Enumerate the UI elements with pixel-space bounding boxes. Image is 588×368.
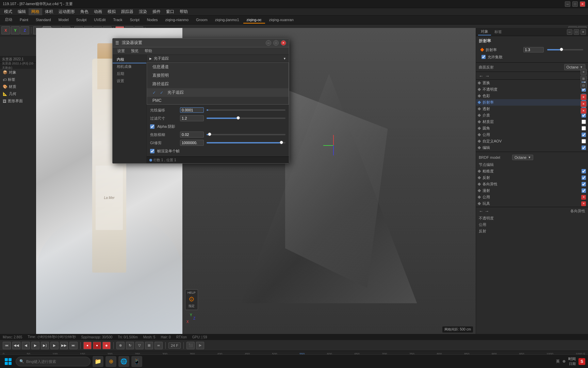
diffuse-check[interactable]: [582, 188, 586, 193]
tab-paint[interactable]: Paint: [16, 17, 32, 24]
reflect-check[interactable]: [582, 175, 586, 180]
menu-sim[interactable]: 模拟: [105, 8, 118, 15]
roughness-check[interactable]: [582, 169, 586, 173]
tab-ziqing-nianmo[interactable]: ziqing-nianmo: [162, 17, 192, 24]
dropdown-pmc[interactable]: PMC: [147, 97, 289, 104]
close-btn[interactable]: ✕: [580, 1, 585, 7]
aov-check[interactable]: [582, 139, 586, 143]
gi-clamp-handle[interactable]: [280, 141, 283, 144]
goto-end-btn[interactable]: ⏭: [69, 342, 78, 349]
dialog-minimize-btn[interactable]: ─: [266, 40, 271, 46]
taskbar-app1[interactable]: 📱: [131, 356, 142, 367]
taskbar-file-explorer[interactable]: 📁: [93, 356, 103, 367]
motion-btn[interactable]: ↻: [126, 342, 134, 349]
tab-script[interactable]: Script: [127, 17, 143, 24]
dialog-tab-settings[interactable]: 设置: [113, 78, 146, 85]
aniso-check[interactable]: [582, 182, 586, 186]
taskbar-browser[interactable]: ⊕: [105, 356, 116, 367]
caustic-blur-handle[interactable]: [208, 133, 211, 136]
dropdown-path-tracing[interactable]: 路径追踪: [147, 80, 289, 88]
dropdown-info-channel[interactable]: 信息通道: [147, 63, 289, 71]
sidebar-tag[interactable]: 🏷 标签: [0, 76, 36, 83]
tab-startup[interactable]: 启动: [1, 16, 16, 24]
search-input[interactable]: [26, 359, 87, 364]
record-btn[interactable]: ●: [83, 342, 92, 349]
tab-track[interactable]: Track: [110, 17, 126, 24]
refraction-input[interactable]: [523, 47, 544, 52]
play-sound-btn[interactable]: ▶): [41, 342, 49, 349]
forward-arrow-bottom-icon[interactable]: →: [485, 209, 489, 214]
auto-key-btn[interactable]: ●: [93, 342, 101, 349]
action-btn-5[interactable]: ✕: [581, 101, 587, 107]
menu-plugin[interactable]: 插件: [150, 8, 163, 15]
sidebar-gui[interactable]: 🖼 图形界面: [0, 97, 36, 105]
menu-motion[interactable]: 运动图形: [56, 8, 78, 15]
action-btn-1[interactable]: ≡: [581, 72, 587, 75]
rpanel-tab-tags[interactable]: 标签: [492, 29, 505, 35]
rpanel-minimize[interactable]: ─: [567, 29, 572, 35]
unit-frame-check[interactable]: [150, 149, 154, 153]
tab-nodes[interactable]: Nodes: [144, 17, 161, 24]
play-btn[interactable]: ▶: [31, 342, 39, 349]
caustic-blur-slider[interactable]: [207, 134, 285, 135]
action-btn-2[interactable]: ⊞: [581, 76, 587, 82]
refraction-handle[interactable]: [560, 48, 563, 51]
edit-check[interactable]: [582, 145, 586, 150]
start-btn[interactable]: [3, 356, 14, 367]
menu-char[interactable]: 角色: [78, 8, 91, 15]
alpha-shadow-check[interactable]: [150, 124, 154, 129]
filter-size-handle[interactable]: [236, 116, 240, 120]
round-check[interactable]: [582, 126, 586, 131]
maximize-btn[interactable]: □: [572, 1, 578, 7]
prev-key-btn[interactable]: ◀◀: [12, 342, 20, 349]
dialog-tab-camera[interactable]: 相机成像: [113, 63, 146, 71]
refraction-slider[interactable]: [547, 49, 584, 50]
menu-mesh[interactable]: 网格: [29, 8, 42, 15]
taskbar-edge[interactable]: 🌐: [118, 356, 129, 367]
back-arrow-icon[interactable]: ←: [479, 73, 484, 79]
gi-clamp-slider[interactable]: [207, 142, 285, 143]
dialog-maximize-btn[interactable]: □: [273, 40, 279, 46]
matlayer-check[interactable]: [582, 120, 586, 124]
common-check[interactable]: [582, 133, 586, 137]
looping-btn[interactable]: ∞: [154, 342, 163, 349]
allow-scatter-check[interactable]: [481, 55, 486, 59]
dialog-menu-help[interactable]: 帮助: [142, 48, 155, 54]
tab-ziqing-oc[interactable]: ziqing-oc: [243, 17, 265, 24]
minimize-btn[interactable]: ─: [565, 1, 570, 7]
action-btn-6[interactable]: ✕: [581, 108, 587, 114]
prev-frame-btn[interactable]: ◀: [22, 342, 30, 349]
playback-btn[interactable]: ⊕: [116, 342, 125, 349]
tab-sculpt[interactable]: Sculpt: [73, 17, 90, 24]
gi-clamp-input[interactable]: [180, 140, 204, 146]
rpanel-close[interactable]: ✕: [581, 29, 586, 35]
dialog-section-header[interactable]: ▶ 光子追踪 ▼: [147, 55, 289, 62]
brdf-model-dropdown[interactable]: Octane ▼: [512, 155, 533, 160]
tab-ziqing-jianmo1[interactable]: ziqing-jianmo1: [212, 17, 243, 24]
menu-anim[interactable]: 动画: [91, 8, 105, 15]
sidebar-geo[interactable]: 📐 几何: [0, 90, 36, 97]
action-btn-3[interactable]: ⊟: [581, 82, 587, 89]
action-btn-4[interactable]: ✕: [581, 94, 587, 100]
tab-ziqing-xuanran[interactable]: ziqing-xuanran: [266, 17, 297, 24]
tab-groom[interactable]: Groom: [193, 17, 211, 24]
menu-volume[interactable]: 体积: [42, 8, 56, 15]
tab-standard[interactable]: Standard: [32, 17, 54, 24]
menu-render[interactable]: 渲染: [136, 8, 150, 15]
back-arrow-bottom-icon[interactable]: ←: [479, 209, 483, 214]
dialog-menu-settings[interactable]: 设置: [115, 48, 128, 54]
menu-edit[interactable]: 编辑: [15, 8, 29, 15]
sidebar-mat[interactable]: 🎨 材质: [0, 83, 36, 90]
timeline-right-btn[interactable]: ⊳: [196, 342, 204, 349]
menu-help[interactable]: 帮助: [177, 8, 191, 15]
ray-offset-slider[interactable]: [207, 109, 285, 111]
next-frame-btn[interactable]: ▶: [50, 342, 59, 349]
toy-x-btn[interactable]: ✕: [581, 201, 586, 206]
dialog-menu-preview[interactable]: 预览: [128, 48, 141, 54]
rpanel-maximize[interactable]: □: [574, 29, 579, 35]
viewport-layout-btn[interactable]: ⬛: [186, 342, 195, 349]
menu-track[interactable]: 跟踪器: [118, 8, 136, 15]
common2-x-btn[interactable]: ✕: [581, 195, 586, 200]
ray-offset-input[interactable]: [180, 107, 204, 113]
dialog-tab-kernel[interactable]: 内核: [113, 56, 146, 63]
